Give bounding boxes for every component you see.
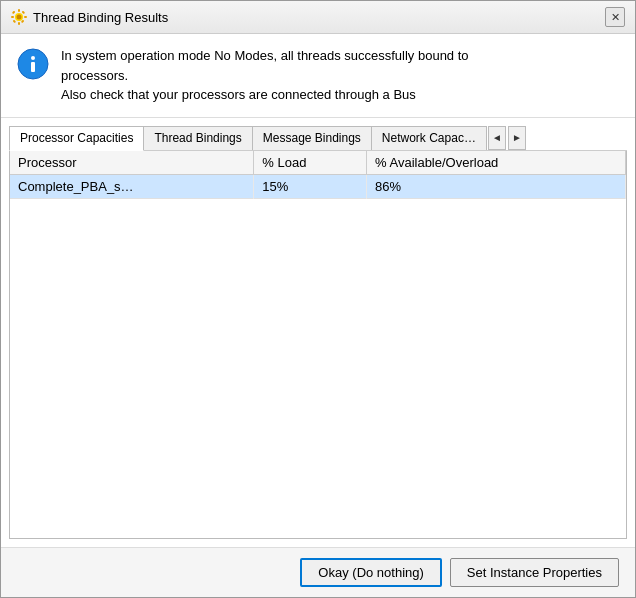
dialog-title: Thread Binding Results — [33, 10, 168, 25]
svg-rect-12 — [31, 62, 35, 72]
svg-rect-2 — [18, 22, 20, 25]
svg-point-9 — [17, 15, 22, 20]
cell-available: 86% — [367, 174, 626, 198]
svg-rect-3 — [11, 16, 14, 18]
table-header-row: Processor % Load % Available/Overload — [10, 151, 626, 175]
cell-load: 15% — [254, 174, 367, 198]
app-icon — [11, 9, 27, 25]
info-line2: processors. — [61, 68, 128, 83]
info-icon — [17, 48, 49, 80]
close-button[interactable]: ✕ — [605, 7, 625, 27]
col-header-available: % Available/Overload — [367, 151, 626, 175]
tab-scroll-left-button[interactable]: ◄ — [488, 126, 506, 150]
info-line1: In system operation mode No Modes, all t… — [61, 48, 469, 63]
title-bar: Thread Binding Results ✕ — [1, 1, 635, 34]
info-line3: Also check that your processors are conn… — [61, 87, 416, 102]
svg-rect-4 — [24, 16, 27, 18]
content-area: Processor Capacities Thread Bindings Mes… — [1, 118, 635, 548]
okay-button[interactable]: Okay (Do nothing) — [300, 558, 442, 587]
dialog-window: Thread Binding Results ✕ In system opera… — [0, 0, 636, 598]
tabs-container: Processor Capacities Thread Bindings Mes… — [9, 126, 627, 151]
set-instance-button[interactable]: Set Instance Properties — [450, 558, 619, 587]
cell-processor: Complete_PBA_s… — [10, 174, 254, 198]
table-row[interactable]: Complete_PBA_s…15%86% — [10, 174, 626, 198]
svg-rect-1 — [18, 9, 20, 12]
svg-rect-5 — [12, 11, 16, 15]
tab-message-bindings[interactable]: Message Bindings — [252, 126, 372, 150]
tab-scroll-right-button[interactable]: ► — [508, 126, 526, 150]
svg-rect-6 — [22, 11, 26, 15]
footer: Okay (Do nothing) Set Instance Propertie… — [1, 547, 635, 597]
processor-table: Processor % Load % Available/Overload Co… — [10, 151, 626, 199]
svg-rect-7 — [13, 20, 17, 24]
col-header-load: % Load — [254, 151, 367, 175]
tab-thread-bindings[interactable]: Thread Bindings — [143, 126, 252, 150]
tab-network-capacities[interactable]: Network Capac… — [371, 126, 487, 150]
svg-point-11 — [31, 56, 35, 60]
info-text: In system operation mode No Modes, all t… — [61, 46, 469, 105]
table-container: Processor % Load % Available/Overload Co… — [9, 151, 627, 540]
title-bar-left: Thread Binding Results — [11, 9, 168, 25]
info-bar: In system operation mode No Modes, all t… — [1, 34, 635, 118]
col-header-processor: Processor — [10, 151, 254, 175]
tab-processor-capacities[interactable]: Processor Capacities — [9, 126, 144, 151]
